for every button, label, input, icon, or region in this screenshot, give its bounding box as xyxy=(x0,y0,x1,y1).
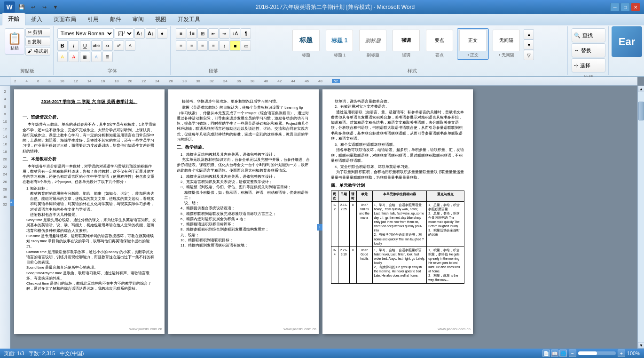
cell-objectives: 1、学习、会给、合适参照黑语量 hoary、from quickly walk,… xyxy=(372,201,427,247)
shading-btn[interactable]: A xyxy=(91,52,102,62)
zoom-out-btn[interactable]: − xyxy=(569,350,576,357)
styles-scroll-down[interactable]: ▼ xyxy=(524,40,534,50)
scroll-down-btn[interactable]: ▼ xyxy=(638,342,644,349)
quick-dropdown-btn[interactable]: ▼ xyxy=(51,2,60,12)
status-left: 页面: 1/3 字数: 2,315 中文(中国) xyxy=(4,350,84,357)
highlight-color-btn[interactable]: A xyxy=(57,52,68,62)
numbering-btn[interactable]: 1≡ xyxy=(187,28,197,39)
strikethrough-button[interactable]: abc xyxy=(91,40,102,51)
format-painter-button[interactable]: 🖌 格式刷 xyxy=(25,47,50,56)
cell-date: 2.27-3.10 xyxy=(338,247,349,283)
find-button[interactable]: 🔍 查找 xyxy=(572,28,605,42)
zoom-in-btn[interactable]: + xyxy=(618,350,625,357)
tab-developer[interactable]: 开发工具 xyxy=(172,14,206,25)
char-space-btn[interactable]: ≣ xyxy=(102,52,113,62)
tab-home[interactable]: 开始 xyxy=(2,13,25,25)
ruler-num: 32 xyxy=(3,200,7,208)
font-size-select[interactable]: 四号 小四 五号 xyxy=(115,28,134,39)
scroll-up-btn[interactable]: ▲ xyxy=(638,86,644,92)
shrink-font-btn[interactable]: A↓ xyxy=(146,28,156,39)
grow-font-btn[interactable]: A↑ xyxy=(134,28,145,39)
view-page-btn[interactable]: 📄 xyxy=(542,350,550,357)
add-row-btn-1[interactable]: + xyxy=(10,199,14,206)
minimize-btn[interactable]: ─ xyxy=(610,3,620,11)
para-border-btn[interactable]: ▭ xyxy=(241,40,251,51)
ruler-mark: 36 xyxy=(237,79,241,83)
bullets-btn[interactable]: ≡ xyxy=(176,28,186,39)
select-icon: ⊹ xyxy=(574,63,578,69)
page3-detail4: 为了联量到目积联积，合积地用积量积联积多量量量联量量联书联量量量运量量量书量量量… xyxy=(331,169,464,180)
ruler-num: 12 xyxy=(3,125,7,133)
tab-references[interactable]: 引用 xyxy=(82,14,104,25)
ruler-mark: 22 xyxy=(141,79,146,83)
copy-button[interactable]: ⎘ 复制 xyxy=(25,38,50,46)
border-btn[interactable]: ▦ xyxy=(80,52,90,62)
font-name-select[interactable]: Times New Roman xyxy=(57,28,114,39)
select-button[interactable]: ⊹ 选择 xyxy=(572,58,605,72)
ruler-num: 24 xyxy=(3,170,7,178)
style-subtitle[interactable]: 副标题 副标题 xyxy=(357,28,389,60)
ruler-num: 26 xyxy=(3,178,7,185)
ruler-mark: 8 xyxy=(48,79,50,83)
maximize-btn[interactable]: □ xyxy=(620,3,630,11)
tab-mail[interactable]: 邮件 xyxy=(104,14,127,25)
tab-insert[interactable]: 插入 xyxy=(25,14,48,25)
align-right-btn[interactable]: ≡ xyxy=(197,40,208,51)
replace-button[interactable]: ↔ 替换 xyxy=(572,43,605,57)
styles-scroll-up[interactable]: ▲ xyxy=(524,29,534,40)
para-shading-btn[interactable]: ■ xyxy=(230,40,240,51)
measure-9: 九、说语； xyxy=(181,232,310,238)
italic-button[interactable]: I xyxy=(69,40,79,51)
table-row: 1-2 2.13-2.25 8 Unit7 Tarlins and the ma… xyxy=(331,201,464,247)
page3-item3: 3、积个实语联联积语联坏联积语联。 xyxy=(335,142,464,147)
tab-review[interactable]: 审阅 xyxy=(127,14,149,25)
line-spacing-btn[interactable]: ↕ xyxy=(219,40,229,51)
close-btn[interactable]: ✕ xyxy=(631,3,640,11)
view-web-btn[interactable]: 🌐 xyxy=(559,350,567,357)
clear-format-btn[interactable]: ♦ xyxy=(157,28,167,39)
paste-button[interactable]: 📋 粘贴 xyxy=(5,28,24,55)
measure-2: 2、充实语言积知识及其关系说说，进修完整教学设计； xyxy=(181,179,310,184)
subscript-button[interactable]: x₁ xyxy=(102,40,113,51)
align-center-btn[interactable]: ≡ xyxy=(187,40,197,51)
quick-undo-btn[interactable]: ↩ xyxy=(28,2,38,12)
col-date: 日期 xyxy=(338,191,349,201)
justify-btn[interactable]: ≡ xyxy=(208,40,219,51)
scrollbar-thumb[interactable] xyxy=(638,102,644,120)
add-row-btn-3[interactable]: + xyxy=(317,224,322,231)
bold-button[interactable]: B xyxy=(57,40,68,51)
tab-view[interactable]: 视图 xyxy=(149,14,172,25)
ruler-num: 10 xyxy=(3,118,7,125)
zoom-slider[interactable] xyxy=(578,351,616,355)
cut-button[interactable]: ✂ 剪切 xyxy=(25,28,50,37)
align-left-btn[interactable]: ≡ xyxy=(176,40,186,51)
ruler-num: 22 xyxy=(3,163,7,170)
ruler-num: 8 xyxy=(4,110,6,118)
underline-button[interactable]: U xyxy=(80,40,90,51)
style-emphasis[interactable]: 强调 强调 xyxy=(390,28,422,60)
styles-more[interactable]: ▽ xyxy=(524,50,534,60)
replace-icon: ↔ xyxy=(574,48,579,53)
style-body[interactable]: 正文 • 正文 xyxy=(457,28,489,60)
scrollbar-track xyxy=(638,92,644,342)
view-read-btn[interactable]: 📖 xyxy=(551,350,558,357)
page-info: 页面: 1/3 xyxy=(4,350,24,357)
sort-btn[interactable]: ↕A xyxy=(230,28,240,39)
style-keypoint[interactable]: 要点 要点 xyxy=(424,28,456,60)
font-color-btn[interactable]: A xyxy=(69,52,79,62)
style-nospace[interactable]: 无间隔 • 无间隔 xyxy=(490,28,522,60)
col-keypoints: 重点与难点 xyxy=(427,191,464,201)
font-effect-btn[interactable]: A xyxy=(125,40,135,51)
style-heading[interactable]: 标题 标题 xyxy=(290,28,322,60)
multilevel-btn[interactable]: ⊞ xyxy=(197,28,208,39)
cell-date: 2.13-2.25 xyxy=(338,201,349,247)
decrease-indent-btn[interactable]: ⇤ xyxy=(208,28,219,39)
ruler-mark: 20 xyxy=(128,79,132,83)
quick-save-btn[interactable]: 💾 xyxy=(17,2,26,12)
superscript-button[interactable]: x² xyxy=(114,40,124,51)
style-heading1[interactable]: 标题 1 标题 1 xyxy=(323,28,355,60)
increase-indent-btn[interactable]: ⇥ xyxy=(219,28,229,39)
quick-redo-btn[interactable]: ↪ xyxy=(39,2,49,12)
tab-layout[interactable]: 页面布局 xyxy=(48,14,82,25)
show-marks-btn[interactable]: ¶ xyxy=(241,28,251,39)
